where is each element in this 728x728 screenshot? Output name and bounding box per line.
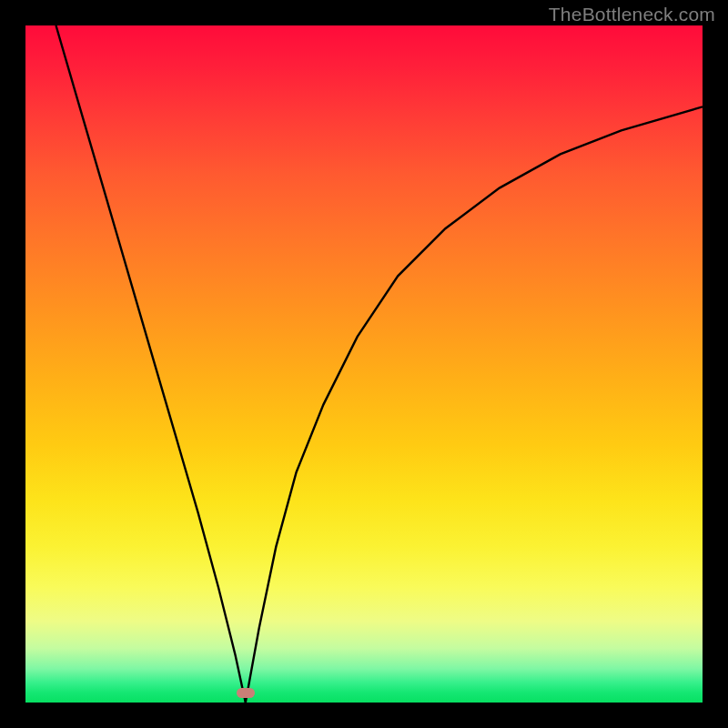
plot-area: [25, 25, 703, 703]
watermark: TheBottleneck.com: [549, 4, 715, 25]
curve-right: [246, 106, 703, 703]
curve-left: [56, 25, 246, 703]
curve-svg: [25, 25, 703, 703]
minimum-marker: [237, 688, 255, 698]
